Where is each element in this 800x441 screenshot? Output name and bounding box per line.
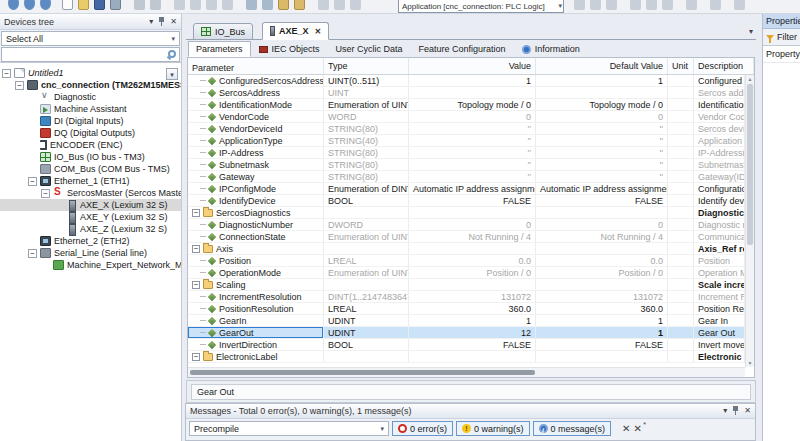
- tab-axe-x[interactable]: AXE_X ✕: [262, 22, 329, 40]
- value-cell[interactable]: 131072: [409, 291, 536, 302]
- column-header-unit[interactable]: Unit: [668, 58, 694, 74]
- tree-item-ethernet-1-eth1[interactable]: −Ethernet_1 (ETH1): [0, 175, 181, 187]
- value-cell[interactable]: FALSE: [409, 339, 536, 350]
- value-cell[interactable]: Not Running / 4: [409, 231, 536, 242]
- value-cell[interactable]: '': [409, 123, 536, 134]
- application-selector[interactable]: Application [cnc_connection: PLC Logic] …: [398, 0, 564, 13]
- table-row-configuredsercosaddress[interactable]: ConfiguredSercosAddressUINT(0..511)11Con…: [188, 75, 745, 87]
- tools-icon[interactable]: [710, 0, 721, 10]
- table-row-vendorcode[interactable]: VendorCodeWORD00Vendor Code: [188, 111, 745, 123]
- value-cell[interactable]: 0: [409, 111, 536, 122]
- tree-item-di-digital-inputs[interactable]: DI (Digital Inputs): [0, 115, 181, 127]
- expander-icon[interactable]: −: [41, 189, 50, 198]
- start-icon[interactable]: [318, 0, 329, 10]
- tree-item-axe-z-lexium-32-s[interactable]: AXE_Z (Lexium 32 S): [0, 223, 181, 235]
- chevron-down-icon[interactable]: ▾: [149, 18, 153, 26]
- expander-icon[interactable]: −: [192, 209, 200, 217]
- parameter-cell[interactable]: IdentificationMode: [188, 99, 324, 110]
- tree-item-axe-x-lexium-32-s[interactable]: AXE_X (Lexium 32 S): [0, 199, 181, 211]
- tab-io-bus[interactable]: IO_Bus: [193, 23, 253, 40]
- value-cell[interactable]: 1: [409, 75, 536, 86]
- tree-item-cnc-connection-tm262m15mess8t[interactable]: −cnc_connection (TM262M15MESS8T): [0, 79, 181, 91]
- paste-icon[interactable]: [206, 0, 217, 10]
- step-into-icon[interactable]: [662, 0, 673, 10]
- tree-item-com-bus-com-bus-tms[interactable]: COM_Bus (COM Bus - TMS): [0, 163, 181, 175]
- value-cell[interactable]: [409, 207, 536, 218]
- table-row-gearout[interactable]: GearOutUDINT121Gear Out: [188, 327, 745, 339]
- vertical-scrollbar[interactable]: ▲ ▼: [745, 75, 754, 367]
- table-row-diagnosticnumber[interactable]: DiagnosticNumberDWORD00Diagnostic nu: [188, 219, 745, 231]
- table-row-identificationmode[interactable]: IdentificationModeEnumeration of UINTTop…: [188, 99, 745, 111]
- scroll-up-icon[interactable]: ▲: [746, 76, 754, 82]
- table-row-invertdirection[interactable]: InvertDirectionBOOLFALSEFALSEInvert move…: [188, 339, 745, 351]
- cut-icon[interactable]: [174, 0, 185, 10]
- close-icon[interactable]: ✕: [170, 18, 177, 26]
- parameter-cell[interactable]: ConnectionState: [188, 231, 324, 242]
- subtab-parameters[interactable]: Parameters: [188, 41, 251, 57]
- tree-item-ethernet-2-eth2[interactable]: Ethernet_2 (ETH2): [0, 235, 181, 247]
- clear-messages-icon[interactable]: ✕: [622, 423, 630, 434]
- expander-icon[interactable]: −: [192, 245, 200, 253]
- subtab-iec-objects[interactable]: IEC Objects: [251, 41, 328, 57]
- scrollbar-thumb[interactable]: [747, 84, 753, 245]
- tree-item-axe-y-lexium-32-s[interactable]: AXE_Y (Lexium 32 S): [0, 211, 181, 223]
- parameter-cell[interactable]: −SercosDiagnostics: [188, 207, 324, 218]
- table-row-sercosaddress[interactable]: SercosAddressUINTSercos addres: [188, 87, 745, 99]
- step-over-icon[interactable]: [646, 0, 657, 10]
- print-icon[interactable]: [110, 0, 121, 10]
- value-cell[interactable]: [409, 243, 536, 254]
- debug-icon[interactable]: [574, 0, 585, 10]
- close-icon[interactable]: ✕: [315, 27, 322, 36]
- table-row-connectionstate[interactable]: ConnectionStateEnumeration of UINTNot Ru…: [188, 231, 745, 243]
- table-row-ipconfigmode[interactable]: IPConfigModeEnumeration of DINTAutomatic…: [188, 183, 745, 195]
- table-row-positionresolution[interactable]: PositionResolutionLREAL360.0360.0Positio…: [188, 303, 745, 315]
- monitor-icon[interactable]: [686, 0, 697, 10]
- parameter-cell[interactable]: Subnetmask: [188, 159, 324, 170]
- login-icon[interactable]: [278, 0, 289, 10]
- messages-panel-caption[interactable]: Messages - Total 0 error(s), 0 warning(s…: [186, 404, 755, 419]
- parameter-cell[interactable]: −Scaling: [188, 279, 324, 290]
- column-header-type[interactable]: Type: [324, 58, 409, 74]
- table-row-gearin[interactable]: GearInUDINT11Gear In: [188, 315, 745, 327]
- parameter-cell[interactable]: VendorDeviceId: [188, 123, 324, 134]
- build-icon[interactable]: [262, 0, 273, 10]
- value-cell[interactable]: [409, 87, 536, 98]
- parameter-cell[interactable]: VendorCode: [188, 111, 324, 122]
- parameter-cell[interactable]: DiagnosticNumber: [188, 219, 324, 230]
- chevron-down-icon[interactable]: ▾: [723, 407, 727, 415]
- device-search-input[interactable]: [2, 48, 179, 61]
- parameter-cell[interactable]: InvertDirection: [188, 339, 324, 350]
- parameter-cell[interactable]: Gateway: [188, 171, 324, 182]
- stop-icon[interactable]: [334, 0, 345, 10]
- warnings-toggle-button[interactable]: ! 0 warning(s): [456, 421, 530, 436]
- parameter-cell[interactable]: −ElectronicLabel: [188, 351, 324, 362]
- message-category-combo[interactable]: Precompile ▾: [189, 421, 389, 436]
- value-cell[interactable]: [409, 279, 536, 290]
- run-icon[interactable]: [590, 0, 601, 10]
- value-cell[interactable]: FALSE: [409, 195, 536, 206]
- table-row-sercosdiagnostics[interactable]: −SercosDiagnosticsDiagnostic dat: [188, 207, 745, 219]
- pause-icon[interactable]: [606, 0, 617, 10]
- toolbar-icon[interactable]: [40, 0, 51, 10]
- parameter-cell[interactable]: −Axis: [188, 243, 324, 254]
- parameter-cell[interactable]: GearOut: [188, 327, 324, 338]
- tree-item-io-bus-io-bus-tm3[interactable]: IO_Bus (IO bus - TM3): [0, 151, 181, 163]
- value-cell[interactable]: '': [409, 171, 536, 182]
- toolbar-icon[interactable]: [8, 0, 19, 10]
- help-icon[interactable]: [734, 0, 745, 10]
- device-search-box[interactable]: [1, 47, 180, 62]
- table-row-operationmode[interactable]: OperationModeEnumeration of UINTPosition…: [188, 267, 745, 279]
- parameter-cell[interactable]: IPConfigMode: [188, 183, 324, 194]
- device-filter-combo[interactable]: Select All ▾: [1, 31, 180, 46]
- expander-icon[interactable]: −: [192, 281, 200, 289]
- scroll-down-icon[interactable]: ▼: [746, 360, 754, 366]
- tree-item-dq-digital-outputs[interactable]: DQ (Digital Outputs): [0, 127, 181, 139]
- tree-item-serial-line-serial-line[interactable]: −Serial_Line (Serial line): [0, 247, 181, 259]
- table-row-applicationtype[interactable]: ApplicationTypeSTRING(40)''''Application…: [188, 135, 745, 147]
- save-icon[interactable]: [94, 0, 105, 10]
- value-cell[interactable]: 1: [409, 315, 536, 326]
- clear-all-messages-icon[interactable]: ✕: [633, 423, 641, 434]
- breakpoint-icon[interactable]: [630, 0, 641, 10]
- tree-item-machine-assistant[interactable]: Machine Assistant: [0, 103, 181, 115]
- value-cell[interactable]: '': [409, 135, 536, 146]
